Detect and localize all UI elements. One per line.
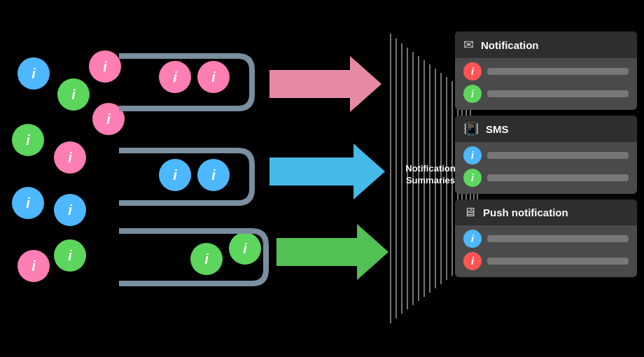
svg-text:i: i [103,59,107,74]
svg-marker-33 [270,144,385,200]
svg-text:i: i [68,202,72,218]
notification-panel-title: Notification [481,39,539,51]
panel-row: i [463,169,629,187]
svg-text:i: i [173,69,177,85]
svg-text:i: i [26,195,30,211]
sms-panel-body: i i [455,142,637,194]
push-panel-header: 🖥 Push notification [455,200,637,225]
svg-text:Notification: Notification [405,163,456,174]
svg-text:Summaries: Summaries [406,175,455,186]
svg-text:i: i [68,248,72,263]
notification-icon: ✉ [463,37,474,52]
notification-panel-body: i i [455,58,637,110]
sms-panel: 📳 SMS i i [455,115,637,194]
info-icon-pink: i [463,62,482,80]
svg-text:i: i [243,241,247,256]
panels-area: ✉ Notification i i 📳 SMS i i [455,31,637,277]
sms-icon: 📳 [463,121,479,136]
panel-row-line [487,235,629,242]
info-icon-pink: i [463,252,482,270]
svg-text:i: i [211,167,216,183]
panel-row-line [487,68,629,75]
push-icon: 🖥 [463,205,476,220]
info-icon-green: i [463,169,482,187]
panel-row-line [487,174,629,181]
svg-text:i: i [173,167,177,183]
notification-panel: ✉ Notification i i [455,31,637,110]
push-notification-panel: 🖥 Push notification i i [455,200,637,277]
panel-row: i [463,252,629,270]
svg-text:i: i [211,69,216,85]
panel-row: i [463,230,629,248]
svg-text:i: i [204,251,209,267]
svg-text:i: i [31,258,36,274]
notification-panel-header: ✉ Notification [455,31,637,58]
push-panel-body: i i [455,225,637,277]
svg-marker-34 [276,224,388,280]
panel-row: i [463,62,629,80]
panel-row: i [463,85,629,103]
push-panel-title: Push notification [483,206,568,218]
svg-text:i: i [106,111,111,127]
panel-row-line [487,152,629,159]
panel-row-line [487,90,629,97]
svg-text:i: i [68,150,72,165]
panel-row: i [463,146,629,164]
info-icon-blue: i [463,146,482,164]
svg-text:i: i [26,132,30,148]
svg-text:i: i [71,87,76,102]
panel-row-line [487,258,629,265]
sms-panel-header: 📳 SMS [455,115,637,142]
svg-text:i: i [31,66,36,81]
info-icon-green: i [463,85,482,103]
sms-panel-title: SMS [486,123,509,135]
svg-marker-32 [270,56,382,112]
info-icon-blue: i [463,230,482,248]
